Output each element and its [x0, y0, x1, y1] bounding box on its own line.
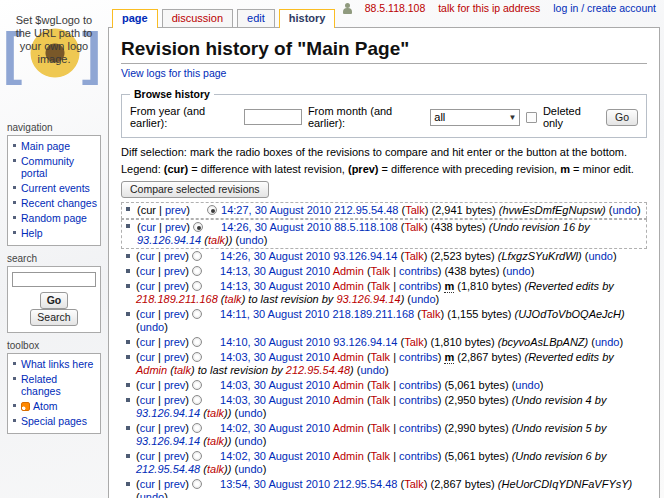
- talk-link[interactable]: Talk: [371, 450, 391, 462]
- tab-page[interactable]: page: [112, 9, 158, 28]
- revision-radio[interactable]: [192, 251, 202, 261]
- undo-link[interactable]: undo: [612, 204, 636, 216]
- comment-link[interactable]: talk: [207, 407, 224, 419]
- toolbox-link[interactable]: Atom: [33, 400, 58, 412]
- prev-link[interactable]: prev: [164, 450, 185, 462]
- prev-link[interactable]: prev: [164, 422, 185, 434]
- undo-link[interactable]: undo: [238, 407, 262, 419]
- revision-radio[interactable]: [193, 222, 203, 232]
- compare-selected-revisions-button-top[interactable]: Compare selected revisions: [121, 181, 269, 198]
- revision-timestamp-link[interactable]: 14:13, 30 August 2010: [220, 280, 330, 292]
- comment-link[interactable]: talk: [207, 435, 224, 447]
- comment-link[interactable]: 212.95.54.48: [136, 463, 200, 475]
- revision-user-link[interactable]: 212.95.54.48: [334, 204, 398, 216]
- toolbox-link[interactable]: What links here: [21, 358, 93, 370]
- prev-link[interactable]: prev: [164, 308, 185, 320]
- revision-user-link[interactable]: 88.5.118.108: [334, 221, 397, 233]
- contribs-link[interactable]: contribs: [399, 379, 438, 391]
- view-logs-link[interactable]: View logs for this page: [121, 67, 226, 79]
- sidebar-item-random-page[interactable]: Random page: [8, 211, 100, 226]
- revision-user-link[interactable]: Admin: [333, 265, 364, 277]
- sidebar-link[interactable]: Random page: [21, 212, 87, 224]
- undo-link[interactable]: undo: [238, 435, 262, 447]
- talk-link[interactable]: Talk: [404, 336, 424, 348]
- prev-link[interactable]: prev: [164, 379, 185, 391]
- revision-radio[interactable]: [192, 380, 202, 390]
- comment-link[interactable]: Admin: [136, 364, 167, 376]
- revision-radio[interactable]: [192, 479, 202, 489]
- sidebar-link[interactable]: Community portal: [21, 155, 74, 179]
- talk-link[interactable]: Talk: [371, 351, 391, 363]
- contribs-link[interactable]: contribs: [399, 394, 438, 406]
- wiki-logo[interactable]: [ ] Set $wgLogo to the URL path to your …: [4, 6, 104, 112]
- toolbox-link[interactable]: Special pages: [21, 415, 87, 427]
- cur-link[interactable]: cur: [140, 280, 155, 292]
- sidebar-item-community-portal[interactable]: Community portal: [8, 154, 100, 181]
- comment-link[interactable]: 218.189.211.168: [136, 293, 218, 305]
- revision-timestamp-link[interactable]: 14:02, 30 August 2010: [220, 450, 330, 462]
- talk-link[interactable]: Talk: [371, 422, 391, 434]
- contribs-link[interactable]: contribs: [399, 265, 438, 277]
- search-input[interactable]: [12, 272, 96, 287]
- revision-timestamp-link[interactable]: 14:13, 30 August 2010: [220, 265, 330, 277]
- revision-timestamp-link[interactable]: 14:02, 30 August 2010: [220, 422, 330, 434]
- revision-timestamp-link[interactable]: 14:26, 30 August 2010: [221, 221, 331, 233]
- revision-timestamp-link[interactable]: 14:26, 30 August 2010: [220, 250, 330, 262]
- cur-link[interactable]: cur: [140, 308, 155, 320]
- revision-timestamp-link[interactable]: 14:03, 30 August 2010: [220, 351, 330, 363]
- comment-link[interactable]: 93.126.94.14: [136, 407, 200, 419]
- prev-link[interactable]: prev: [164, 394, 185, 406]
- revision-radio[interactable]: [192, 309, 202, 319]
- revision-timestamp-link[interactable]: 13:54, 30 August 2010: [220, 478, 330, 490]
- sidebar-item-help[interactable]: Help: [8, 226, 100, 241]
- revision-user-link[interactable]: 93.126.94.14: [333, 250, 397, 262]
- toolbox-item-related-changes[interactable]: Related changes: [8, 372, 100, 399]
- comment-link[interactable]: 93.126.94.14: [336, 293, 400, 305]
- prev-link[interactable]: prev: [164, 250, 185, 262]
- talk-link[interactable]: Talk: [405, 204, 425, 216]
- prev-link[interactable]: prev: [165, 221, 186, 233]
- prev-link[interactable]: prev: [164, 336, 185, 348]
- undo-link[interactable]: undo: [588, 250, 612, 262]
- username-link[interactable]: 88.5.118.108: [365, 2, 426, 14]
- cur-link[interactable]: cur: [140, 351, 155, 363]
- talk-link[interactable]: Talk: [421, 308, 441, 320]
- comment-link[interactable]: talk: [208, 234, 225, 246]
- undo-link[interactable]: undo: [411, 293, 435, 305]
- talk-link[interactable]: Talk: [371, 265, 391, 277]
- revision-user-link[interactable]: Admin: [333, 351, 364, 363]
- tab-edit[interactable]: edit: [237, 9, 275, 27]
- undo-link[interactable]: undo: [239, 234, 263, 246]
- revision-user-link[interactable]: 218.189.211.168: [332, 308, 414, 320]
- year-input[interactable]: [244, 109, 302, 125]
- tab-history[interactable]: history: [279, 9, 336, 28]
- toolbox-item-what-links-here[interactable]: What links here: [8, 357, 100, 372]
- talk-link[interactable]: Talk: [371, 280, 391, 292]
- prev-link[interactable]: prev: [165, 204, 186, 216]
- search-go-button[interactable]: Go: [40, 292, 69, 309]
- revision-timestamp-link[interactable]: 14:27, 30 August 2010: [221, 204, 331, 216]
- contribs-link[interactable]: contribs: [399, 280, 438, 292]
- cur-link[interactable]: cur: [140, 250, 155, 262]
- revision-user-link[interactable]: Admin: [333, 379, 364, 391]
- browse-go-button[interactable]: Go: [606, 109, 638, 126]
- revision-radio[interactable]: [192, 423, 202, 433]
- deleted-only-checkbox[interactable]: [526, 112, 536, 123]
- prev-link[interactable]: prev: [164, 351, 185, 363]
- cur-link[interactable]: cur: [140, 336, 155, 348]
- undo-link[interactable]: undo: [140, 321, 164, 333]
- sidebar-item-main-page[interactable]: Main page: [8, 139, 100, 154]
- revision-radio[interactable]: [192, 395, 202, 405]
- sidebar-link[interactable]: Recent changes: [21, 197, 97, 209]
- contribs-link[interactable]: contribs: [399, 450, 438, 462]
- undo-link[interactable]: undo: [595, 336, 619, 348]
- talk-link[interactable]: Talk: [371, 379, 391, 391]
- revision-timestamp-link[interactable]: 14:03, 30 August 2010: [220, 379, 330, 391]
- revision-user-link[interactable]: Admin: [333, 280, 364, 292]
- cur-link[interactable]: cur: [140, 478, 155, 490]
- revision-user-link[interactable]: 212.95.54.48: [333, 478, 397, 490]
- talk-link[interactable]: Talk: [371, 394, 391, 406]
- sidebar-item-current-events[interactable]: Current events: [8, 181, 100, 196]
- prev-link[interactable]: prev: [164, 280, 185, 292]
- revision-timestamp-link[interactable]: 14:11, 30 August 2010: [220, 308, 329, 320]
